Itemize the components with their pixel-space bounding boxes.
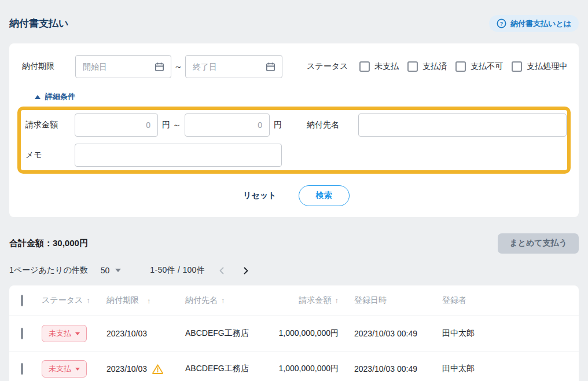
row-checkbox-cell	[21, 364, 42, 373]
page-header: 納付書支払い ? 納付書支払いとは	[0, 0, 588, 43]
caret-down-icon	[115, 269, 121, 272]
detail-conditions-toggle[interactable]: 詳細条件	[35, 91, 75, 102]
date-range-separator: ～	[171, 61, 185, 72]
status-option-label: 未支払	[374, 61, 399, 72]
checkbox-icon[interactable]	[359, 61, 370, 72]
select-all-cell	[21, 296, 42, 305]
header-payee[interactable]: 納付先名↑	[185, 295, 263, 306]
table-row[interactable]: 未支払 2023/10/03 ABCDEFG工務店 1,000,000,000円…	[9, 316, 579, 351]
chevron-right-icon	[241, 266, 250, 275]
detail-conditions-label: 詳細条件	[45, 91, 75, 102]
pagination-bar: 1ページあたりの件数 50 1-50件 / 100件	[9, 264, 579, 277]
chevron-left-icon	[218, 266, 226, 275]
header-due-label: 納付期限	[106, 295, 139, 306]
header-status[interactable]: ステータス↑	[42, 295, 106, 306]
bulk-pay-button[interactable]: まとめて支払う	[498, 233, 579, 254]
row-registered-by: 田中太郎	[442, 328, 579, 339]
payee-input[interactable]	[358, 113, 567, 137]
status-option-label: 支払不可	[471, 61, 503, 72]
row-amount: 1,000,000,000円	[263, 328, 339, 339]
filter-actions: リセット 検索	[9, 185, 579, 206]
caret-down-icon	[75, 332, 80, 335]
memo-label: メモ	[25, 150, 75, 160]
prev-page-button[interactable]	[216, 265, 227, 276]
header-amount-label: 請求金額	[299, 295, 332, 305]
per-page-label: 1ページあたりの件数	[9, 265, 88, 276]
amount-max-input[interactable]	[185, 113, 270, 137]
svg-text:?: ?	[500, 20, 504, 27]
reset-button[interactable]: リセット	[238, 187, 281, 204]
row-due-date: 2023/10/03	[106, 329, 185, 338]
end-date-field[interactable]	[185, 55, 282, 78]
header-registered-by: 登録者	[442, 295, 579, 306]
per-page-select[interactable]: 50	[101, 266, 122, 275]
memo-input[interactable]	[75, 144, 282, 167]
table-row[interactable]: 未支払 2023/10/03 ABCDEFG工務店 1,000,000,000円…	[9, 351, 579, 381]
header-payee-label: 納付先名	[185, 295, 218, 305]
select-all-checkbox[interactable]	[21, 295, 23, 306]
status-checkbox-paid[interactable]: 支払済	[407, 61, 447, 72]
question-icon: ?	[497, 19, 506, 28]
status-checkbox-unpayable[interactable]: 支払不可	[455, 61, 503, 72]
row-registered-at: 2023/10/03 00:49	[354, 364, 442, 373]
start-date-input[interactable]	[83, 62, 154, 71]
sort-arrow-icon[interactable]: ↑	[147, 296, 151, 305]
amount-filter-row: 請求金額 円 ～ 円 納付先名	[25, 113, 567, 137]
sort-arrow-icon[interactable]: ↑	[221, 296, 225, 305]
amount-min-input[interactable]	[75, 113, 158, 137]
row-payee: ABCDEFG工務店	[185, 328, 263, 339]
status-checkbox-unpaid[interactable]: 未支払	[359, 61, 399, 72]
status-badge-label: 未支払	[49, 364, 71, 374]
search-button[interactable]: 検索	[299, 185, 350, 206]
memo-filter-row: メモ	[25, 144, 567, 167]
caret-down-icon	[75, 368, 80, 371]
caret-up-icon	[35, 95, 41, 99]
calendar-icon[interactable]	[265, 61, 276, 72]
help-button-label: 納付書支払いとは	[510, 19, 571, 29]
status-filter-group: ステータス 未支払 支払済 支払不可 支払処理中	[307, 61, 576, 72]
status-checkbox-processing[interactable]: 支払処理中	[512, 61, 567, 72]
status-badge[interactable]: 未支払	[42, 325, 87, 342]
total-amount-value: 30,000円	[53, 238, 88, 248]
checkbox-icon[interactable]	[512, 61, 522, 72]
calendar-icon[interactable]	[154, 61, 165, 72]
end-date-input[interactable]	[193, 62, 265, 71]
total-amount-label: 合計金額：	[9, 238, 53, 248]
filter-card: 納付期限 ～	[9, 43, 579, 217]
total-amount: 合計金額：30,000円	[9, 238, 88, 249]
row-checkbox[interactable]	[21, 363, 23, 375]
results-table: ステータス↑ 納付期限↑ 納付先名↑ 請求金額↑ 登録日時 登録者 未支払 20…	[9, 285, 579, 381]
header-amount[interactable]: 請求金額↑	[263, 295, 339, 306]
help-button[interactable]: ? 納付書支払いとは	[489, 15, 579, 32]
status-badge-label: 未支払	[49, 328, 71, 339]
status-label: ステータス	[307, 61, 348, 72]
sort-arrow-icon[interactable]: ↑	[335, 296, 339, 305]
sort-arrow-icon[interactable]: ↑	[86, 296, 90, 305]
detail-conditions-highlight-box: 請求金額 円 ～ 円 納付先名 メモ	[17, 107, 571, 174]
row-checkbox[interactable]	[21, 328, 23, 339]
row-amount: 1,000,000,000円	[263, 364, 339, 374]
status-badge[interactable]: 未支払	[42, 360, 87, 378]
yen-unit: 円	[162, 120, 170, 130]
amount-label: 請求金額	[25, 120, 75, 130]
due-date-text: 2023/10/03	[106, 329, 147, 338]
page-title: 納付書支払い	[9, 17, 68, 30]
row-due-date: 2023/10/03	[106, 364, 185, 375]
per-page-value: 50	[101, 266, 110, 275]
next-page-button[interactable]	[240, 265, 251, 276]
warning-icon[interactable]	[152, 364, 164, 375]
start-date-field[interactable]	[75, 55, 171, 78]
row-registered-at: 2023/10/03 00:49	[354, 329, 442, 338]
row-registered-by: 田中太郎	[442, 364, 579, 374]
header-due-date[interactable]: 納付期限↑	[106, 295, 185, 306]
due-date-filter-row: 納付期限 ～	[9, 43, 579, 78]
row-status-cell: 未支払	[42, 360, 106, 378]
status-option-label: 支払済	[422, 61, 447, 72]
checkbox-icon[interactable]	[407, 61, 418, 72]
row-checkbox-cell	[21, 329, 42, 338]
checkbox-icon[interactable]	[455, 61, 466, 72]
pagination-range: 1-50件 / 100件	[150, 265, 205, 276]
summary-bar: 合計金額：30,000円 まとめて支払う	[9, 233, 579, 254]
due-date-label: 納付期限	[22, 61, 75, 72]
header-registered-at: 登録日時	[354, 295, 442, 306]
